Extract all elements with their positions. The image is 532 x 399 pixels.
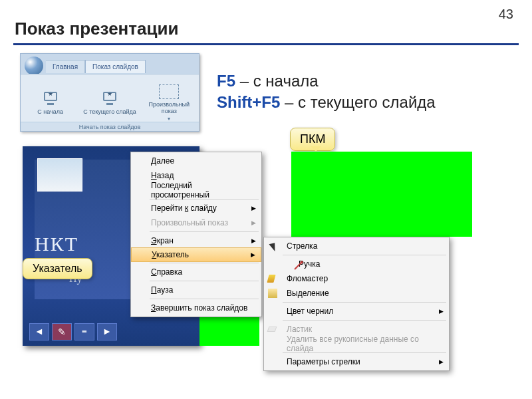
btn-label: С начала [37,108,63,115]
slide-title-fragment: НКТ [35,233,78,255]
menu-item-label: Удалить все рукописные данные со слайда [287,334,436,353]
submenu-arrow-icon: ▶ [251,205,256,211]
menu-item-label: Назад [151,171,174,180]
ctx-sub-item[interactable]: Параметры стрелки▶ [264,354,449,369]
menu-item-label: Перейти к слайду [151,203,217,213]
green-block-1 [291,152,472,237]
ctx-sub-item: Удалить все рукописные данные со слайда [264,336,449,351]
menu-item-label: Произвольный показ [151,218,228,227]
callout-pkm: ПКМ [290,128,335,151]
btn-label: Произвольный показ [142,101,196,114]
menu-separator [150,281,259,281]
menu-separator [283,320,446,321]
menu-separator [283,302,446,303]
ctx-main-item[interactable]: Экран▶ [131,233,261,248]
shift-f5-text: – с текущего слайда [280,93,435,111]
title-underline [13,43,519,45]
menu-item-label: Фломастер [287,274,328,283]
star-icon: ★ [107,90,112,97]
submenu-arrow-icon: ▶ [439,358,444,365]
menu-item-label: Далее [151,156,174,166]
menu-item-label: Ластик [287,325,312,334]
menu-item-label: Стрелка [287,241,317,251]
btn-label: С текущего слайда [83,108,136,115]
page-number: 43 [499,7,513,22]
ribbon: Главная Показ слайдов ★ С начала ★ С тек… [20,53,200,132]
office-orb-icon[interactable] [25,57,43,75]
menu-item-label: Выделение [287,289,329,298]
hl-icon [268,289,277,298]
nav-next[interactable]: ► [97,323,117,340]
ribbon-tabs: Главная Показ слайдов [46,60,146,73]
ctx-sub-item[interactable]: Фломастер [264,271,449,286]
ctx-main-item[interactable]: Завершить показ слайдов [131,301,261,315]
ctx-main-item[interactable]: Указатель▶ [131,247,261,262]
shortcuts-text: F5 – с начала Shift+F5 – с текущего слай… [217,72,436,112]
menu-item-label: Последний просмотренный [151,181,248,200]
ctx-sub-item[interactable]: Выделение [264,286,449,301]
menu-item-label: Цвет чернил [287,307,333,316]
menu-separator [150,231,259,232]
custom-show-icon [159,84,179,99]
submenu-arrow-icon: ▶ [251,219,256,226]
menu-item-label: Указатель [152,250,189,259]
menu-separator [283,255,446,255]
submenu-arrow-icon: ▶ [439,308,444,315]
page-title: Показ презентации [15,19,178,39]
ctx-sub-item[interactable]: Цвет чернил▶ [264,304,449,319]
context-menu-pointer: СтрелкаРучкаФломастерВыделениеЦвет черни… [263,237,450,371]
f5-key: F5 [217,72,235,90]
eraser-icon [267,327,277,332]
tab-slideshow[interactable]: Показ слайдов [85,60,146,73]
nav-pen[interactable]: ✎ [52,323,72,340]
screen-icon: ★ [100,90,119,106]
ctx-main-item[interactable]: Пауза [131,283,261,297]
menu-separator [150,263,259,263]
menu-separator [150,299,259,299]
ctx-main-item[interactable]: Перейти к слайду▶ [131,201,261,215]
menu-item-label: Экран [151,236,174,245]
chevron-down-icon: ▾ [168,116,170,122]
ctx-main-item[interactable]: Справка [131,265,261,279]
nav-prev[interactable]: ◄ [29,323,49,340]
context-menu-main: ДалееНазадПоследний просмотренныйПерейти… [130,152,262,317]
star-icon: ★ [48,90,53,97]
f5-text: – с начала [235,72,319,90]
marker-icon [267,275,275,283]
menu-item-label: Завершить показ слайдов [151,303,247,313]
menu-item-label: Пауза [151,285,173,295]
ctx-sub-item[interactable]: Ручка [264,257,449,271]
submenu-arrow-icon: ▶ [251,237,256,244]
nav-menu[interactable]: ≡ [74,323,94,340]
screen-icon: ★ [41,90,60,106]
callout-ukazatel: Указатель [23,258,92,279]
ribbon-group-label: Начать показ слайдов [21,122,199,131]
menu-item-label: Справка [151,267,182,277]
ctx-main-item[interactable]: Последний просмотренный [131,183,261,198]
ctx-main-item: Произвольный показ▶ [131,215,261,230]
ctx-sub-item[interactable]: Стрелка [264,239,449,253]
submenu-arrow-icon: ▶ [251,251,255,258]
shift-f5-key: Shift+F5 [217,93,280,111]
cursor-icon [268,240,280,252]
menu-item-label: Параметры стрелки [287,357,360,366]
ctx-main-item[interactable]: Далее [131,154,261,168]
slideshow-navbar: ◄ ✎ ≡ ► [29,323,117,340]
slide-thumbnail [37,158,82,192]
tab-home[interactable]: Главная [46,60,85,73]
